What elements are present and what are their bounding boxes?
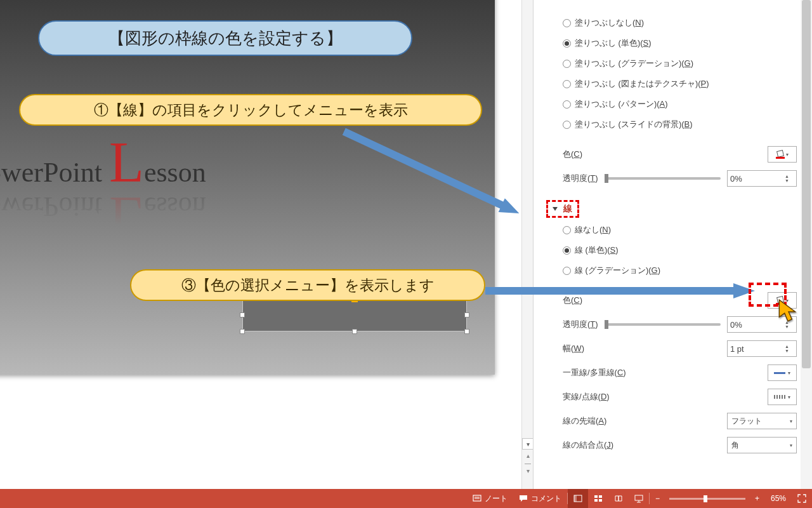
- fill-pattern-radio[interactable]: 塗りつぶし (パターン)(A): [563, 94, 797, 114]
- svg-rect-4: [574, 495, 577, 502]
- line-join-combo[interactable]: 角 ▾: [727, 437, 797, 453]
- scroll-down-icon[interactable]: ▾: [522, 438, 534, 450]
- fill-picture-radio[interactable]: 塗りつぶし (図またはテクスチャ)(P): [563, 74, 797, 94]
- svg-rect-7: [594, 499, 598, 502]
- notes-button[interactable]: ノート: [467, 489, 513, 508]
- slide-title-reflection: owerPoint Lesson: [0, 190, 273, 239]
- dash-pattern-icon: [774, 395, 785, 399]
- svg-rect-6: [599, 495, 602, 498]
- line-dash-row: 実線/点線(D) ▾: [563, 385, 797, 409]
- selected-shape[interactable]: [242, 298, 467, 331]
- paint-bucket-icon: [776, 150, 785, 158]
- fill-color-button[interactable]: ▾: [768, 146, 797, 163]
- zoom-percent[interactable]: 65%: [765, 489, 792, 508]
- fill-gradient-radio[interactable]: 塗りつぶし (グラデーション)(G): [563, 53, 797, 74]
- dropdown-icon: ▾: [788, 370, 790, 376]
- comment-icon: [519, 494, 528, 503]
- pane-scrollbar[interactable]: [801, 0, 812, 489]
- slide-title-suffix: esson: [144, 157, 206, 188]
- annotation-title: 【図形の枠線の色を設定する】: [38, 20, 412, 56]
- dropdown-icon: ▾: [790, 418, 792, 424]
- fit-window-icon: [797, 494, 806, 503]
- line-transparency-slider[interactable]: [605, 323, 721, 326]
- reading-view-button[interactable]: [608, 489, 629, 508]
- comments-button[interactable]: コメント: [513, 489, 567, 508]
- fill-solid-radio[interactable]: 塗りつぶし (単色)(S): [563, 33, 797, 53]
- svg-rect-8: [599, 499, 602, 502]
- fill-transparency-input[interactable]: 0% ▲▼: [727, 170, 797, 187]
- fill-none-radio[interactable]: 塗りつぶしなし(N): [563, 13, 797, 33]
- format-shape-pane: 塗りつぶしなし(N) 塗りつぶし (単色)(S) 塗りつぶし (グラデーション)…: [533, 0, 812, 489]
- line-section-title: 線: [563, 203, 572, 215]
- status-bar: ノート コメント − + 65%: [0, 489, 812, 508]
- slideshow-button[interactable]: [629, 489, 649, 508]
- svg-rect-9: [635, 495, 643, 500]
- cursor-pointer-icon: [777, 298, 799, 325]
- line-transparency-row: 透明度(T) 0% ▲▼: [563, 312, 797, 337]
- fill-color-row: 色(C) ▾: [563, 142, 797, 166]
- line-none-radio[interactable]: 線なし(N): [563, 220, 797, 240]
- caret-down-icon: [553, 207, 558, 211]
- line-width-input[interactable]: 1 pt ▲▼: [727, 340, 797, 357]
- annotation-step1: ①【線】の項目をクリックしてメニューを表示: [19, 94, 482, 126]
- dropdown-icon: ▾: [790, 443, 792, 448]
- line-gradient-radio[interactable]: 線 (グラデーション)(G): [563, 260, 797, 281]
- resize-handle-se[interactable]: [464, 329, 469, 334]
- resize-handle-w[interactable]: [240, 312, 245, 318]
- notes-icon: [473, 494, 481, 503]
- line-width-row: 幅(W) 1 pt ▲▼: [563, 337, 797, 361]
- zoom-slider[interactable]: [669, 498, 745, 500]
- slide-sorter-button[interactable]: [588, 489, 608, 508]
- slide-title-big-letter: L: [109, 140, 144, 185]
- dropdown-icon: ▾: [788, 394, 790, 400]
- slide-editor: owerPoint Lesson owerPoint Lesson ▾ ▴—▾: [0, 0, 533, 489]
- resize-handle-s[interactable]: [352, 329, 357, 334]
- zoom-out-button[interactable]: −: [650, 489, 665, 508]
- line-cap-combo[interactable]: フラット ▾: [727, 413, 797, 429]
- fit-to-window-button[interactable]: [792, 489, 812, 508]
- line-join-row: 線の結合点(J) 角 ▾: [563, 433, 797, 457]
- line-compound-combo[interactable]: ▾: [768, 364, 797, 381]
- zoom-in-button[interactable]: +: [749, 489, 765, 508]
- slideshow-icon: [634, 494, 643, 503]
- annotation-step3: ③【色の選択メニュー】を表示します: [130, 269, 485, 301]
- normal-view-button[interactable]: [568, 489, 588, 508]
- line-cap-row: 線の先端(A) フラット ▾: [563, 409, 797, 433]
- editor-scrollbar[interactable]: ▾ ▴—▾: [521, 0, 533, 489]
- spinner-icon[interactable]: ▲▼: [785, 174, 794, 183]
- line-compound-row: 一重線/多重線(C) ▾: [563, 361, 797, 385]
- scrollbar-thumb[interactable]: [802, 0, 811, 368]
- fill-slidebg-radio[interactable]: 塗りつぶし (スライドの背景)(B): [563, 114, 797, 135]
- resize-handle-sw[interactable]: [240, 329, 245, 334]
- normal-view-icon: [573, 494, 582, 503]
- slide-title: owerPoint Lesson: [0, 140, 273, 189]
- svg-rect-5: [594, 495, 598, 498]
- fill-transparency-row: 透明度(T) 0% ▲▼: [563, 166, 797, 190]
- slide-title-prefix: owerPoint: [0, 157, 109, 188]
- slide-nav-chevrons[interactable]: ▴—▾: [522, 452, 534, 475]
- line-section-header[interactable]: 線: [546, 198, 797, 220]
- resize-handle-e[interactable]: [464, 312, 469, 318]
- dropdown-icon: ▾: [786, 152, 789, 157]
- reading-view-icon: [614, 494, 623, 503]
- compound-line-icon: [774, 372, 785, 374]
- line-solid-radio[interactable]: 線 (単色)(S): [563, 240, 797, 260]
- fill-transparency-slider[interactable]: [605, 177, 721, 180]
- slide-sorter-icon: [594, 494, 603, 503]
- slide-canvas[interactable]: owerPoint Lesson owerPoint Lesson: [0, 0, 495, 375]
- line-dash-combo[interactable]: ▾: [768, 389, 797, 405]
- spinner-icon[interactable]: ▲▼: [785, 344, 794, 353]
